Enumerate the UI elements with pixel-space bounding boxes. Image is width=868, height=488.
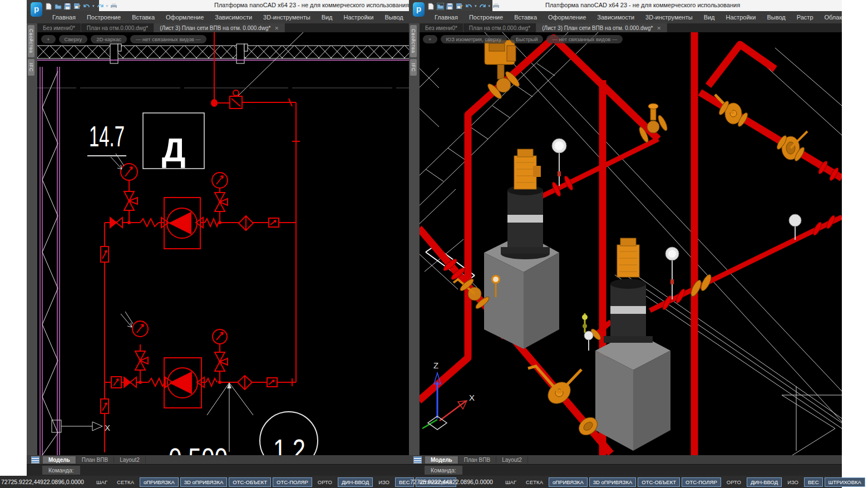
document-tab-label: Без имени0* (425, 25, 457, 31)
status-toggle-button[interactable]: СЕТКА (113, 477, 138, 487)
menu-item[interactable]: Главная (47, 14, 81, 21)
nanocad-window-3d: Платформа nanoCAD x64 23 - не для коммер… (409, 0, 842, 488)
layout-list-icon[interactable] (31, 456, 40, 464)
document-tab[interactable]: План на отм.0.000.dwg* (81, 23, 154, 32)
menu-item[interactable]: Оформление (542, 14, 591, 21)
status-toggle-button[interactable]: ОТС-ОБЪЕКТ (229, 477, 271, 487)
status-toggle-button[interactable]: ОТС-ПОЛЯР (682, 477, 721, 487)
status-toggle-button[interactable]: оПРИВЯЗКА (140, 477, 179, 487)
undo-icon[interactable] (465, 2, 472, 9)
menu-item[interactable]: Вывод (379, 14, 408, 21)
open-file-icon[interactable] (437, 2, 444, 9)
status-toggle-button[interactable]: ОТС-ОБЪЕКТ (638, 477, 680, 487)
save-icon[interactable] (446, 2, 453, 9)
viewport-control-pill[interactable]: — нет связанных видов — (130, 35, 206, 43)
menu-item[interactable]: Вывод (761, 14, 791, 21)
status-toggle-button[interactable]: ОРТО (723, 477, 745, 487)
menu-item[interactable]: Облака точек (819, 14, 842, 21)
open-file-icon[interactable] (55, 2, 62, 9)
document-tab[interactable]: (Лист 3) План сети ВПВ на отм. 0.000.dwg… (154, 23, 285, 32)
command-line-bar[interactable]: Команда: (27, 464, 409, 476)
gauge-1 (552, 139, 566, 186)
layout-tab[interactable]: Модель (425, 456, 458, 464)
redo-caret-icon[interactable]: ▾ (106, 2, 108, 9)
left-wall (40, 67, 60, 455)
redo-icon[interactable] (479, 2, 486, 9)
menu-item[interactable]: Оформление (160, 14, 209, 21)
new-file-icon[interactable] (45, 2, 52, 9)
viewport-control-pill[interactable]: — нет связанных видов — (546, 35, 623, 43)
viewport-control-pill[interactable]: 2D-каркас (91, 35, 127, 43)
document-tab[interactable]: Без имени0* (37, 23, 81, 32)
status-bar: 72725.9222,44922.0896,0.0000 ШАГСЕТКАоПР… (0, 476, 842, 488)
layout-tab[interactable]: Модель (43, 456, 76, 464)
save-all-icon[interactable] (456, 2, 463, 9)
menu-item[interactable]: Вставка (126, 14, 160, 21)
layout-tab[interactable]: План ВПВ (76, 456, 114, 464)
gauge-3 (665, 247, 679, 299)
menu-item[interactable]: Построение (463, 14, 509, 21)
status-toggle-button[interactable]: ИЗО (374, 477, 393, 487)
viewport-control-pill[interactable]: Быстрый (510, 35, 544, 43)
menu-item[interactable]: Растр (791, 14, 819, 21)
status-toggle-button[interactable]: 3D оПРИВЯЗКА (589, 477, 637, 487)
close-tab-icon[interactable]: ✕ (274, 26, 279, 31)
nanocad-logo[interactable]: p (31, 2, 42, 17)
menu-item[interactable]: 3D-инструменты (640, 14, 698, 21)
document-tab[interactable]: План на отм.0.000.dwg* (463, 23, 536, 32)
print-icon[interactable] (110, 2, 117, 9)
status-toggle-button[interactable]: ИЗО (783, 477, 802, 487)
undo-icon[interactable] (83, 2, 90, 9)
status-toggle-button[interactable]: ШАГ (501, 477, 520, 487)
document-tab[interactable]: Без имени0* (420, 23, 463, 32)
menu-item[interactable]: Зависимости (209, 14, 258, 21)
2d-drawing-viewport[interactable]: +Сверху2D-каркас— нет связанных видов — (37, 32, 409, 455)
redo-caret-icon[interactable]: ▾ (489, 2, 491, 9)
status-toggle-button[interactable]: ОТС-ПОЛЯР (273, 477, 312, 487)
status-toggle-button[interactable]: ОРТО (314, 477, 336, 487)
menu-item[interactable]: Вид (316, 14, 338, 21)
menu-item[interactable]: Настройки (338, 14, 379, 21)
menu-item[interactable]: 3D-инструменты (258, 14, 316, 21)
new-file-icon[interactable] (427, 2, 435, 9)
layout-tab[interactable]: Layout2 (496, 456, 528, 464)
layout-tab[interactable]: План ВПВ (458, 456, 496, 464)
concrete-pedestal-2 (595, 331, 670, 451)
nanocad-logo[interactable]: p (413, 2, 425, 17)
status-toggle-button[interactable]: ДИН-ВВОД (338, 477, 373, 487)
side-panel-tab[interactable]: IFC (410, 59, 417, 76)
3d-drawing-viewport[interactable]: +ЮЗ изометрия, сверхуБыстрый— нет связан… (419, 32, 842, 455)
side-panel-tab[interactable]: IFC (28, 59, 34, 76)
status-toggle-button[interactable]: ШАГ (92, 477, 111, 487)
viewport-control-pill[interactable]: + (41, 35, 56, 43)
menu-item[interactable]: Построение (81, 14, 126, 21)
menu-item[interactable]: Вид (698, 14, 721, 21)
print-icon[interactable] (492, 2, 500, 9)
menu-item[interactable]: Вставка (509, 14, 542, 21)
side-panel-tab[interactable]: Свойства (28, 25, 34, 57)
viewport-control-pill[interactable]: Сверху (59, 35, 88, 43)
menu-item[interactable]: Настройки (721, 14, 762, 21)
menu-item[interactable]: Главная (429, 14, 463, 21)
document-tab[interactable]: (Лист 3) План сети ВПВ на отм. 0.000.dwg… (536, 23, 667, 32)
viewport-control-pill[interactable]: + (423, 35, 437, 43)
menu-item[interactable]: Зависимости (591, 14, 640, 21)
status-toggle-button[interactable]: 3D оПРИВЯЗКА (180, 477, 228, 487)
layout-list-icon[interactable] (413, 456, 422, 464)
save-icon[interactable] (64, 2, 71, 9)
title-bar: Платформа nanoCAD x64 23 - не для коммер… (409, 0, 842, 11)
status-toggle-button[interactable]: СЕТКА (522, 477, 547, 487)
save-all-icon[interactable] (73, 2, 81, 9)
side-panel-tab[interactable]: Свойства (410, 25, 417, 57)
redo-icon[interactable] (97, 2, 104, 9)
close-tab-icon[interactable]: ✕ (657, 26, 661, 31)
layout-tab[interactable]: Layout2 (114, 456, 146, 464)
status-toggle-button[interactable]: ВЕС (804, 477, 823, 487)
status-toggle-button[interactable]: ШТРИХОВКА (825, 477, 865, 487)
undo-caret-icon[interactable]: ▾ (475, 2, 477, 9)
status-toggle-button[interactable]: оПРИВЯЗКА (549, 477, 588, 487)
undo-caret-icon[interactable]: ▾ (92, 2, 95, 9)
command-line-bar[interactable]: Команда: (409, 464, 842, 476)
status-toggle-button[interactable]: ДИН-ВВОД (747, 477, 782, 487)
viewport-control-pill[interactable]: ЮЗ изометрия, сверху (441, 35, 507, 43)
